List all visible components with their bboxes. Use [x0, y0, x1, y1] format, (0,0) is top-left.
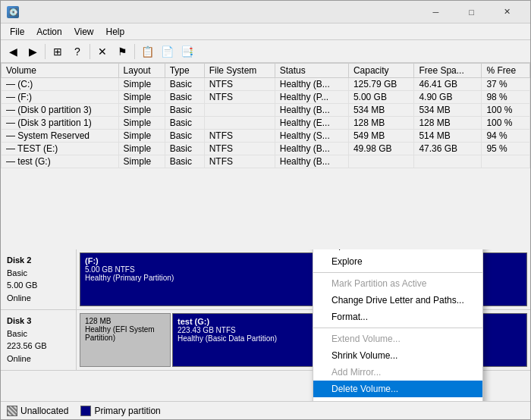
title-bar: 💽 ─ □ ✕: [1, 1, 530, 24]
col-free[interactable]: Free Spa...: [414, 64, 482, 78]
cell-free: 46.41 GB: [414, 78, 482, 91]
context-separator: [313, 272, 482, 273]
cell-capacity: 534 MB: [348, 104, 414, 117]
col-volume[interactable]: Volume: [2, 64, 119, 78]
context-item-9[interactable]: Properties: [313, 397, 482, 401]
cell-fs: NTFS: [204, 155, 275, 168]
flag-button[interactable]: ⚑: [113, 42, 131, 61]
cell-volume: — (C:): [2, 78, 119, 91]
cell-pct: 98 %: [482, 91, 530, 104]
cell-free: 47.36 GB: [414, 143, 482, 155]
context-item-2: Mark Partition as Active: [313, 275, 482, 292]
cell-status: Healthy (E...: [275, 117, 348, 130]
menu-file[interactable]: File: [4, 25, 30, 39]
maximize-button[interactable]: □: [454, 5, 489, 20]
context-item-3[interactable]: Change Drive Letter and Paths...: [313, 292, 482, 309]
cell-fs: NTFS: [204, 130, 275, 143]
unallocated-icon: [7, 406, 17, 416]
cell-free: 534 MB: [414, 104, 482, 117]
context-separator: [313, 328, 482, 328]
cell-volume: — test (G:): [2, 155, 119, 168]
context-item-4[interactable]: Format...: [313, 309, 482, 325]
menu-view[interactable]: View: [68, 25, 100, 39]
cell-layout: Simple: [118, 117, 165, 130]
cell-capacity: 49.98 GB: [348, 143, 414, 155]
cell-volume: — (F:): [2, 91, 119, 104]
col-filesystem[interactable]: File System: [204, 64, 275, 78]
view-button[interactable]: ⊞: [49, 42, 67, 61]
cell-fs: NTFS: [204, 91, 275, 104]
back-button[interactable]: ◀: [4, 42, 22, 61]
context-menu: OpenExploreMark Partition as ActiveChang…: [313, 249, 483, 401]
cell-fs: [204, 104, 275, 117]
copy-button-1[interactable]: 📋: [138, 42, 156, 61]
table-row[interactable]: — (C:) Simple Basic NTFS Healthy (B... 1…: [2, 78, 530, 91]
menu-help[interactable]: Help: [100, 25, 131, 39]
close-button[interactable]: ✕: [490, 5, 524, 20]
cell-type: Basic: [165, 117, 204, 130]
col-type[interactable]: Type: [165, 64, 204, 78]
minimize-button[interactable]: ─: [419, 5, 453, 20]
bottom-panel: Disk 2Basic5.00 GBOnline(F:) 5.00 GB NTF…: [1, 249, 530, 401]
legend-primary: Primary partition: [80, 406, 160, 416]
partition-1-0[interactable]: 128 MB Healthy (EFI System Partition): [80, 313, 171, 367]
cell-layout: Simple: [118, 91, 165, 104]
table-row[interactable]: — (Disk 0 partition 3) Simple Basic Heal…: [2, 104, 530, 117]
legend-unallocated: Unallocated: [7, 406, 68, 416]
context-item-1[interactable]: Explore: [313, 253, 482, 270]
cell-type: Basic: [165, 143, 204, 155]
menu-action[interactable]: Action: [30, 25, 68, 39]
cell-capacity: 549 MB: [348, 130, 414, 143]
copy-button-3[interactable]: 📑: [178, 42, 196, 61]
status-bar: Unallocated Primary partition: [1, 401, 530, 419]
cell-pct: 95 %: [482, 143, 530, 155]
cell-free: [414, 155, 482, 168]
cell-pct: 100 %: [482, 104, 530, 117]
forward-button[interactable]: ▶: [24, 42, 42, 61]
cell-status: Healthy (B...: [275, 78, 348, 91]
cell-free: 4.90 GB: [414, 91, 482, 104]
cell-status: Healthy (P...: [275, 91, 348, 104]
cell-status: Healthy (B...: [275, 155, 348, 168]
cell-layout: Simple: [118, 155, 165, 168]
cell-type: Basic: [165, 78, 204, 91]
table-row[interactable]: — test (G:) Simple Basic NTFS Healthy (B…: [2, 155, 530, 168]
cell-layout: Simple: [118, 78, 165, 91]
cell-free: 128 MB: [414, 117, 482, 130]
col-capacity[interactable]: Capacity: [348, 64, 414, 78]
cell-capacity: 5.00 GB: [348, 91, 414, 104]
cell-type: Basic: [165, 104, 204, 117]
cancel-button[interactable]: ✕: [93, 42, 112, 61]
toolbar-separator-2: [90, 44, 90, 59]
col-layout[interactable]: Layout: [118, 64, 165, 78]
table-row[interactable]: — (F:) Simple Basic NTFS Healthy (P... 5…: [2, 91, 530, 104]
cell-type: Basic: [165, 130, 204, 143]
toolbar-separator-1: [45, 44, 46, 59]
col-pct[interactable]: % Free: [482, 64, 530, 78]
context-item-8[interactable]: Delete Volume...: [313, 381, 482, 397]
context-item-6[interactable]: Shrink Volume...: [313, 347, 482, 364]
cell-volume: — System Reserved: [2, 130, 119, 143]
col-status[interactable]: Status: [275, 64, 348, 78]
disk-label: Disk 3Basic223.56 GBOnline: [1, 310, 77, 370]
partition-status: Healthy (EFI System Partition): [85, 325, 165, 342]
main-window: 💽 ─ □ ✕ File Action View Help ◀ ▶ ⊞ ? ✕ …: [0, 0, 531, 420]
table-row[interactable]: — TEST (E:) Simple Basic NTFS Healthy (B…: [2, 143, 530, 155]
toolbar-separator-3: [134, 44, 135, 59]
cell-fs: NTFS: [204, 78, 275, 91]
table-row[interactable]: — (Disk 3 partition 1) Simple Basic Heal…: [2, 117, 530, 130]
primary-icon: [80, 406, 91, 416]
cell-capacity: [348, 155, 414, 168]
cell-free: 514 MB: [414, 130, 482, 143]
cell-pct: 37 %: [482, 78, 530, 91]
table-row[interactable]: — System Reserved Simple Basic NTFS Heal…: [2, 130, 530, 143]
cell-status: Healthy (B...: [275, 143, 348, 155]
volumes-table: Volume Layout Type File System Status Ca…: [1, 63, 530, 168]
context-item-7: Add Mirror...: [313, 364, 482, 381]
cell-layout: Simple: [118, 104, 165, 117]
cell-fs: NTFS: [204, 143, 275, 155]
help-button[interactable]: ?: [68, 42, 86, 61]
title-bar-buttons: ─ □ ✕: [419, 5, 524, 20]
top-panel: Volume Layout Type File System Status Ca…: [1, 63, 530, 249]
copy-button-2[interactable]: 📄: [158, 42, 176, 61]
